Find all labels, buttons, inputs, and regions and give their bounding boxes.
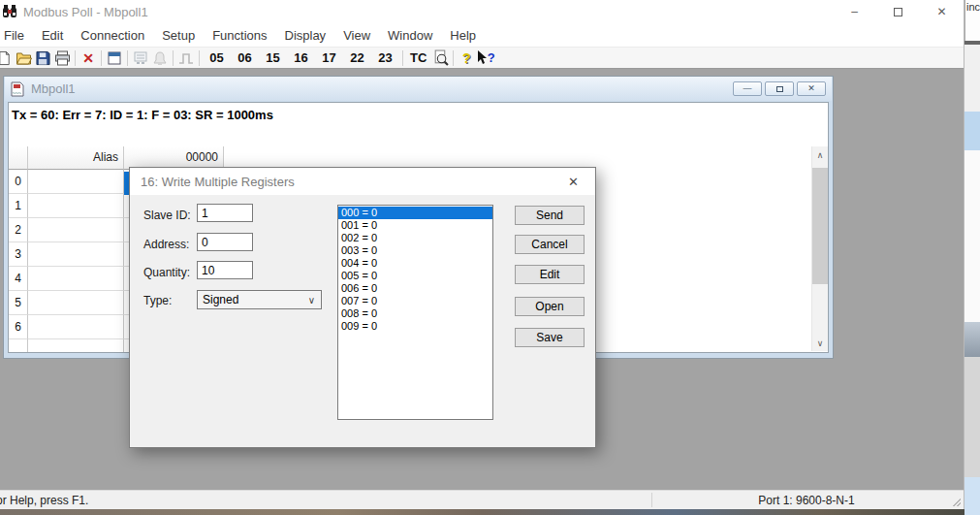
- quantity-field[interactable]: [197, 261, 253, 279]
- register-value-list[interactable]: 000 = 0 001 = 0 002 = 0 003 = 0 004 = 0 …: [337, 205, 493, 420]
- write-multiple-registers-dialog: 16: Write Multiple Registers ✕ Slave ID:…: [129, 167, 596, 448]
- toolbar-separator: [402, 50, 403, 66]
- alias-cell[interactable]: [28, 194, 124, 218]
- magnifier-document-icon: [432, 49, 449, 66]
- slave-id-label: Slave ID:: [143, 209, 191, 222]
- menu-bar: File Edit Connection Setup Functions Dis…: [0, 23, 964, 47]
- menu-display[interactable]: Display: [276, 25, 335, 46]
- child-restore-button[interactable]: [765, 81, 794, 96]
- edit-button[interactable]: Edit: [515, 265, 585, 284]
- toolbar-separator: [101, 50, 102, 66]
- address-label: Address:: [143, 238, 189, 251]
- communication-traffic-button[interactable]: [430, 48, 450, 68]
- chevron-down-icon: ∨: [308, 295, 321, 306]
- corner-header: [9, 146, 28, 170]
- register-list-item[interactable]: 003 = 0: [338, 244, 492, 257]
- child-close-button[interactable]: ✕: [797, 81, 826, 96]
- row-number-cell: 2: [9, 218, 28, 242]
- minimize-button[interactable]: –: [833, 0, 876, 23]
- desktop-strip: [0, 509, 964, 515]
- register-list-item[interactable]: 005 = 0: [338, 270, 492, 282]
- alias-cell[interactable]: [28, 170, 124, 194]
- address-field[interactable]: [197, 233, 253, 251]
- open-file-button[interactable]: [14, 48, 33, 68]
- menu-edit[interactable]: Edit: [33, 25, 72, 46]
- about-help-button[interactable]: ?: [457, 48, 476, 68]
- child-title-bar[interactable]: Mbpoll1 — ✕: [5, 77, 832, 101]
- resize-grip[interactable]: [951, 497, 961, 506]
- menu-file[interactable]: File: [0, 25, 33, 46]
- scrollbar-thumb[interactable]: [812, 168, 828, 284]
- row-number-cell: 4: [9, 267, 28, 291]
- binoculars-app-icon: [2, 4, 17, 19]
- register-list-item[interactable]: 004 = 0: [338, 257, 492, 270]
- register-list-item[interactable]: 008 = 0: [338, 307, 492, 320]
- scroll-up-button[interactable]: ∧: [812, 146, 828, 163]
- alias-cell[interactable]: [28, 315, 124, 339]
- status-help-hint: or Help, press F1.: [0, 494, 88, 507]
- restore-icon: [776, 86, 783, 92]
- row-number-cell: 0: [9, 170, 28, 194]
- function-15-button[interactable]: 15: [259, 50, 287, 65]
- quantity-label: Quantity:: [143, 266, 190, 279]
- scroll-down-button[interactable]: ∨: [812, 335, 828, 351]
- child-minimize-button[interactable]: —: [733, 81, 762, 96]
- print-button[interactable]: [52, 48, 72, 68]
- row-number-cell: 5: [9, 291, 28, 315]
- vertical-scrollbar[interactable]: ∧ ∨: [811, 146, 828, 351]
- function-06-button[interactable]: 06: [231, 50, 259, 65]
- register-list-item[interactable]: 007 = 0: [338, 295, 492, 307]
- menu-help[interactable]: Help: [441, 25, 485, 46]
- function-16-button[interactable]: 16: [287, 50, 315, 65]
- send-button[interactable]: Send: [515, 206, 585, 225]
- background-window[interactable]: inc: [964, 0, 980, 515]
- function-23-button[interactable]: 23: [371, 50, 399, 65]
- menu-setup[interactable]: Setup: [153, 25, 204, 46]
- alias-cell[interactable]: [28, 242, 124, 267]
- toolbar-separator: [75, 50, 76, 66]
- new-file-button[interactable]: [0, 48, 14, 68]
- context-help-button[interactable]: ?: [476, 48, 495, 68]
- function-22-button[interactable]: 22: [343, 50, 371, 65]
- maximize-icon: [894, 8, 902, 16]
- type-dropdown[interactable]: Signed ∨: [197, 290, 322, 309]
- register-list-item[interactable]: 009 = 0: [338, 320, 492, 333]
- toolbar-separator: [173, 50, 174, 66]
- register-list-item[interactable]: 006 = 0: [338, 282, 492, 295]
- register-list-item[interactable]: 002 = 0: [338, 232, 492, 244]
- function-17-button[interactable]: 17: [315, 50, 343, 65]
- setup-window-button[interactable]: [105, 48, 124, 68]
- save-button[interactable]: [33, 48, 52, 68]
- menu-functions[interactable]: Functions: [204, 25, 275, 46]
- menu-window[interactable]: Window: [379, 25, 441, 46]
- bell-icon: [152, 50, 168, 66]
- register-list-item[interactable]: 001 = 0: [338, 219, 492, 232]
- toolbar-separator: [453, 50, 454, 66]
- function-05-button[interactable]: 05: [203, 50, 231, 65]
- close-button[interactable]: ✕: [920, 0, 964, 23]
- alias-cell[interactable]: [28, 218, 124, 242]
- test-center-button[interactable]: TC: [406, 50, 430, 65]
- cursor-icon: [477, 50, 487, 65]
- slave-id-field[interactable]: [197, 204, 253, 222]
- document-icon: [10, 81, 25, 97]
- print-icon: [54, 50, 71, 66]
- maximize-button[interactable]: [876, 0, 920, 23]
- poll-definition-button[interactable]: [131, 48, 150, 68]
- pulse-button[interactable]: [176, 48, 196, 68]
- register-list-item[interactable]: 000 = 0: [338, 207, 492, 219]
- poll-definition-icon: [133, 50, 148, 66]
- new-file-icon: [0, 50, 12, 66]
- alias-cell[interactable]: [28, 267, 124, 291]
- context-help-icon: ?: [488, 50, 495, 65]
- disconnect-button[interactable]: ✕: [79, 48, 98, 68]
- menu-connection[interactable]: Connection: [72, 25, 153, 46]
- dialog-close-button[interactable]: ✕: [552, 168, 595, 195]
- open-button[interactable]: Open: [515, 297, 585, 316]
- menu-view[interactable]: View: [334, 25, 379, 46]
- communication-log-button[interactable]: [150, 48, 170, 68]
- screen: inc Modbus Poll - Mbpoll1 – ✕: [0, 0, 980, 515]
- alias-cell[interactable]: [28, 291, 124, 315]
- cancel-button[interactable]: Cancel: [515, 235, 585, 254]
- save-button[interactable]: Save: [515, 328, 585, 347]
